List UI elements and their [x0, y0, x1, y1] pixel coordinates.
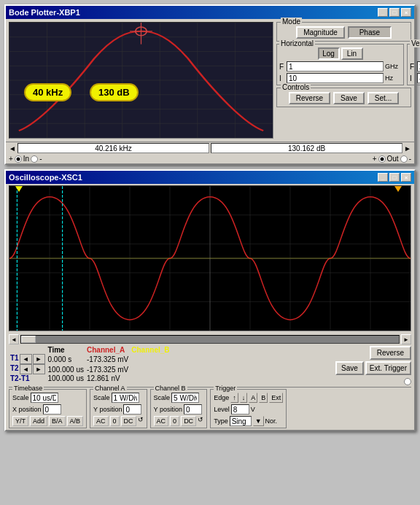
osc-t1-row: T1 ◄ ► 0.000 s -173.325 mV — [9, 354, 171, 364]
bode-mode-row: Magnitude Phase — [281, 25, 407, 39]
bode-mode-title: Mode — [281, 18, 302, 26]
osc-close-btn[interactable]: × — [401, 173, 411, 182]
osc-right-buttons: Reverse Save Ext. Trigger — [335, 346, 411, 385]
osc-level-input[interactable] — [231, 404, 249, 415]
bode-in-radio2[interactable] — [31, 155, 38, 163]
bode-out-radio2[interactable] — [400, 155, 408, 163]
bode-vert-i-input[interactable] — [417, 73, 420, 83]
bode-titlebar-controls: _ □ × — [378, 8, 411, 17]
bode-right-arrow[interactable]: ► — [404, 144, 411, 153]
osc-t2t1-row: T2-T1 100.000 us 12.861 nV — [9, 374, 171, 382]
bode-bottom-controls: + In - + Out - — [6, 154, 414, 163]
bode-content: 40 kHz 130 dB Mode Magnitude Phase Horiz… — [6, 19, 414, 142]
osc-cha-scale-input[interactable] — [112, 393, 139, 403]
osc-edge-ext-btn[interactable]: Ext — [269, 393, 283, 403]
osc-ext-radio[interactable] — [404, 378, 411, 385]
osc-t2-cha: -173.325 mV — [85, 364, 130, 374]
osc-level-unit: V — [251, 406, 255, 413]
osc-reverse-btn[interactable]: Reverse — [370, 346, 411, 360]
bode-out-label: Out — [387, 155, 399, 163]
osc-chb-header: Channel_B — [130, 346, 171, 354]
bode-out-radio1[interactable] — [378, 155, 386, 163]
bode-in-plus: + — [9, 155, 13, 163]
osc-t1-time: 0.000 s — [47, 354, 86, 364]
osc-cha-title: Channel A — [93, 385, 127, 392]
osc-edge-row: Edge ↑ ↓ A B Ext — [214, 393, 283, 403]
bode-in-label: In — [23, 155, 29, 163]
bode-phase-btn[interactable]: Phase — [348, 26, 392, 39]
bode-set-btn[interactable]: Set... — [368, 92, 399, 104]
bode-vert-i-label: I — [410, 74, 416, 82]
bode-db-label: 130 dB — [90, 83, 139, 101]
osc-ext-trigger-btn[interactable]: Ext. Trigger — [365, 361, 411, 375]
osc-chb-ypos-input[interactable] — [184, 404, 202, 415]
bode-magnitude-btn[interactable]: Magnitude — [296, 26, 345, 39]
osc-type-input[interactable] — [230, 416, 252, 426]
osc-t1-left-btn[interactable]: ◄ — [20, 354, 32, 364]
bode-statusbar: ◄ 40.216 kHz 130.162 dB ► — [6, 142, 414, 154]
bode-vert-f-input[interactable] — [417, 61, 420, 72]
osc-timebase-title: Timebase — [12, 385, 44, 392]
bode-vert-i-row: I dB — [410, 73, 420, 83]
osc-minimize-btn[interactable]: _ — [378, 173, 388, 182]
bode-in-radio1[interactable] — [15, 155, 22, 163]
osc-t2-chb — [130, 364, 171, 374]
bode-left-arrow[interactable]: ◄ — [9, 144, 16, 153]
osc-timebase-xpos-input[interactable] — [43, 404, 61, 415]
bode-horiz-f-input[interactable] — [287, 61, 384, 72]
osc-timebase-scale-label: Scale — [12, 394, 29, 401]
osc-t2-row: T2 ◄ ► 100.000 us -173.325 mV — [9, 364, 171, 374]
bode-horiz-i-row: I Hz — [279, 73, 401, 83]
osc-t2-left-btn[interactable]: ◄ — [20, 364, 32, 374]
osc-timebase-scale-input[interactable] — [31, 393, 58, 403]
osc-maximize-btn[interactable]: □ — [389, 173, 400, 182]
bode-horiz-lin-btn[interactable]: Lin — [341, 47, 363, 60]
osc-save-btn[interactable]: Save — [335, 361, 364, 375]
bode-titlebar: Bode Plotter-XBP1 _ □ × — [6, 6, 414, 19]
osc-settings-row: Timebase Scale X position Y/T Add B/A A/… — [9, 387, 411, 428]
osc-cha-arrow-icon: ↺ — [138, 416, 144, 426]
osc-cha-zero-btn[interactable]: 0 — [110, 416, 120, 426]
osc-t2-right-btn[interactable]: ► — [33, 364, 45, 374]
osc-chb-btn-row: AC 0 DC ↺ — [154, 416, 204, 426]
bode-vertical-title: Vertical — [410, 39, 420, 47]
osc-scrollbar-thumb[interactable] — [21, 336, 36, 343]
osc-marker-left — [15, 186, 23, 192]
osc-yt-btn[interactable]: Y/T — [12, 416, 28, 426]
osc-ab-btn[interactable]: A/B — [67, 416, 84, 426]
oscilloscope-window: Oscilloscope-XSC1 _ □ × — [4, 169, 416, 431]
osc-scroll-left-btn[interactable]: ◄ — [9, 334, 19, 344]
osc-t1-right-btn[interactable]: ► — [33, 354, 45, 364]
osc-edge-a-btn[interactable]: A — [249, 393, 257, 403]
bode-minimize-btn[interactable]: _ — [378, 8, 388, 17]
bode-horiz-i-input[interactable] — [287, 73, 384, 83]
bode-save-btn[interactable]: Save — [333, 92, 365, 104]
osc-ba-btn[interactable]: B/A — [49, 416, 66, 426]
osc-plot-area — [9, 185, 411, 331]
osc-edge-down-btn[interactable]: ↓ — [240, 393, 248, 403]
osc-cha-dc-btn[interactable]: DC — [121, 416, 136, 426]
osc-chb-dc-btn[interactable]: DC — [181, 416, 196, 426]
osc-scrollbar-track[interactable] — [20, 335, 400, 344]
osc-chb-zero-btn[interactable]: 0 — [170, 416, 179, 426]
osc-t1-label: T1 — [10, 354, 19, 364]
bode-freq-value: 40.216 kHz — [18, 143, 209, 153]
bode-horiz-log-lin-row: Log Lin — [279, 47, 401, 60]
bode-horiz-log-btn[interactable]: Log — [318, 47, 340, 60]
bode-maximize-btn[interactable]: □ — [389, 8, 400, 17]
osc-cha-scale-row: Scale — [93, 393, 144, 403]
bode-close-btn[interactable]: × — [401, 8, 411, 17]
osc-scroll-right-btn[interactable]: ► — [401, 334, 411, 344]
osc-chb-ac-btn[interactable]: AC — [154, 416, 169, 426]
osc-titlebar: Oscilloscope-XSC1 _ □ × — [6, 171, 414, 184]
bode-reverse-btn[interactable]: Reverse — [289, 92, 330, 104]
osc-edge-up-btn[interactable]: ↑ — [230, 393, 238, 403]
osc-timebase-scale-row: Scale — [12, 393, 83, 403]
bode-horiz-vert: Horizontal Log Lin F GHz I Hz — [276, 44, 411, 85]
osc-cha-ac-btn[interactable]: AC — [93, 416, 109, 426]
osc-add-btn[interactable]: Add — [30, 416, 47, 426]
osc-trigger-more-btn[interactable]: ▼ — [253, 416, 264, 426]
osc-edge-b-btn[interactable]: B — [259, 393, 268, 403]
osc-cha-ypos-input[interactable] — [123, 404, 141, 415]
osc-chb-scale-input[interactable] — [171, 393, 199, 403]
